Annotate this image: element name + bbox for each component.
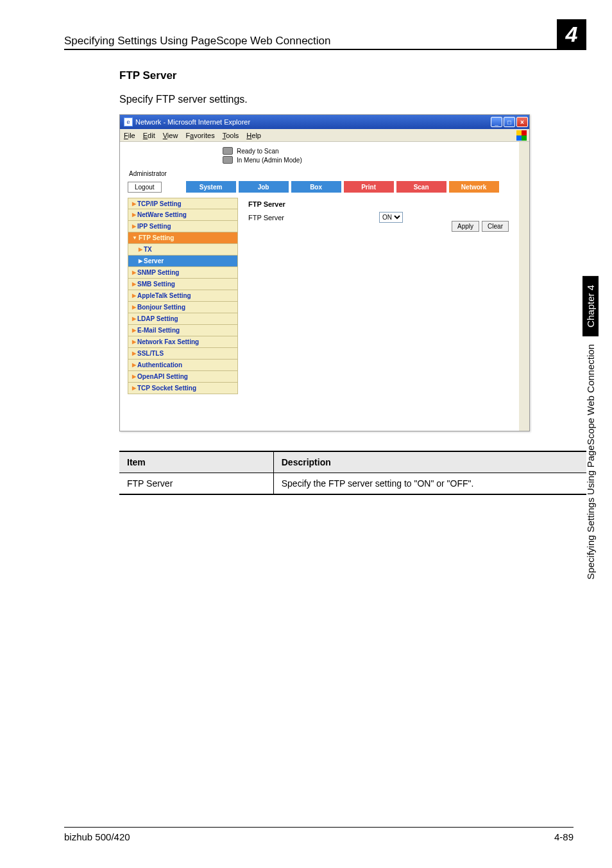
sidebar-item-label: SSL/TLS <box>137 350 164 357</box>
tab-network[interactable]: Network <box>449 181 499 193</box>
sidebar-item-ldap-setting[interactable]: ▶LDAP Setting <box>128 313 238 325</box>
sidebar-item-label: Bonjour Setting <box>137 304 185 311</box>
sidebar-item-label: TCP/IP Setting <box>137 200 182 207</box>
sidebar-item-label: Authentication <box>137 361 182 369</box>
th-item: Item <box>119 451 273 473</box>
browser-window: e Network - Microsoft Internet Explorer … <box>119 114 530 431</box>
printer-icon <box>223 156 233 164</box>
sidebar-item-label: E-Mail Setting <box>137 327 180 334</box>
window-titlebar: e Network - Microsoft Internet Explorer … <box>120 115 529 129</box>
sidebar-item-label: TCP Socket Setting <box>137 385 196 392</box>
sidebar-item-snmp-setting[interactable]: ▶SNMP Setting <box>128 267 238 279</box>
sidebar-item-authentication[interactable]: ▶Authentication <box>128 360 238 371</box>
status-ready: Ready to Scan <box>237 148 279 155</box>
sidebar-item-network-fax-setting[interactable]: ▶Network Fax Setting <box>128 336 238 348</box>
arrow-icon: ▶ <box>139 247 142 252</box>
footer-left: bizhub 500/420 <box>64 831 130 842</box>
sidebar-item-label: LDAP Setting <box>137 315 178 322</box>
printer-icon <box>223 147 233 155</box>
status-menu: In Menu (Admin Mode) <box>237 157 302 164</box>
arrow-icon: ▶ <box>132 374 136 379</box>
tab-job[interactable]: Job <box>239 181 289 193</box>
sidetab-chapter: Chapter 4 <box>582 276 599 336</box>
field-label: FTP Server <box>248 214 284 221</box>
menu-file[interactable]: File <box>124 132 135 139</box>
sidebar-item-smb-setting[interactable]: ▶SMB Setting <box>128 279 238 290</box>
arrow-icon: ▶ <box>132 270 136 275</box>
sidebar-item-label: Network Fax Setting <box>137 338 199 345</box>
arrow-icon: ▶ <box>132 316 136 322</box>
arrow-icon: ▶ <box>132 351 136 356</box>
sidebar-item-tcp-socket-setting[interactable]: ▶TCP Socket Setting <box>128 383 238 394</box>
window-title: Network - Microsoft Internet Explorer <box>135 118 250 126</box>
side-tab: Chapter 4 Specifying Settings Using Page… <box>581 276 599 587</box>
page-header: Specifying Settings Using PageScope Web … <box>64 19 586 50</box>
sidebar-item-label: SNMP Setting <box>137 269 179 276</box>
sidebar-item-label: OpenAPI Setting <box>137 373 188 380</box>
logout-button[interactable]: Logout <box>128 182 162 193</box>
sidebar: ▶TCP/IP Setting▶NetWare Setting▶IPP Sett… <box>128 198 238 394</box>
sidebar-item-label: AppleTalk Setting <box>137 292 191 299</box>
clear-button[interactable]: Clear <box>482 221 509 232</box>
tab-system[interactable]: System <box>186 181 236 193</box>
ftp-server-select[interactable]: ON <box>379 212 403 223</box>
sidebar-item-ftp-setting[interactable]: ▼FTP Setting <box>128 232 238 244</box>
arrow-icon: ▼ <box>132 235 137 241</box>
menu-edit[interactable]: Edit <box>143 132 155 139</box>
arrow-icon: ▶ <box>132 385 136 391</box>
chapter-number: 4 <box>557 19 586 49</box>
windows-flag-icon <box>516 130 527 141</box>
menu-tools[interactable]: Tools <box>223 132 239 139</box>
sidebar-item-netware-setting[interactable]: ▶NetWare Setting <box>128 209 238 221</box>
sidebar-item-label: Server <box>144 257 164 265</box>
ie-icon: e <box>124 117 133 126</box>
page-footer: bizhub 500/420 4-89 <box>64 827 574 842</box>
tab-print[interactable]: Print <box>344 181 394 193</box>
sidebar-item-tx[interactable]: ▶TX <box>128 244 238 256</box>
minimize-button[interactable]: _ <box>491 117 502 127</box>
arrow-icon: ▶ <box>132 293 136 299</box>
sidebar-item-server[interactable]: ▶Server <box>128 256 238 267</box>
menubar: File Edit View Favorites Tools Help <box>120 129 529 142</box>
th-desc: Description <box>273 451 586 473</box>
arrow-icon: ▶ <box>132 223 136 229</box>
sidebar-item-ipp-setting[interactable]: ▶IPP Setting <box>128 221 238 232</box>
arrow-icon: ▶ <box>132 201 136 207</box>
menu-view[interactable]: View <box>163 132 178 139</box>
close-button[interactable]: × <box>516 117 528 127</box>
apply-button[interactable]: Apply <box>452 221 479 232</box>
sidebar-item-tcp-ip-setting[interactable]: ▶TCP/IP Setting <box>128 198 238 209</box>
td-desc: Specify the FTP server setting to "ON" o… <box>273 473 586 495</box>
sidebar-item-ssl-tls[interactable]: ▶SSL/TLS <box>128 348 238 360</box>
admin-label: Administrator <box>120 170 519 177</box>
section-text: Specify FTP server settings. <box>119 94 586 105</box>
sidebar-item-label: IPP Setting <box>137 223 171 230</box>
sidebar-item-appletalk-setting[interactable]: ▶AppleTalk Setting <box>128 290 238 302</box>
arrow-icon: ▶ <box>132 212 136 218</box>
sidebar-item-openapi-setting[interactable]: ▶OpenAPI Setting <box>128 371 238 383</box>
footer-right: 4-89 <box>554 831 574 842</box>
content-pane: FTP Server FTP Server ON Apply Clear <box>243 198 514 394</box>
arrow-icon: ▶ <box>132 339 136 345</box>
sidebar-item-label: TX <box>144 246 152 253</box>
sidebar-item-label: FTP Setting <box>139 234 174 241</box>
sidebar-item-bonjour-setting[interactable]: ▶Bonjour Setting <box>128 302 238 313</box>
tab-scan[interactable]: Scan <box>396 181 446 193</box>
td-item: FTP Server <box>119 473 273 495</box>
sidebar-item-label: NetWare Setting <box>137 211 187 218</box>
menu-favorites[interactable]: Favorites <box>185 132 214 139</box>
content-area: Ready to Scan In Menu (Admin Mode) Admin… <box>120 142 529 431</box>
pane-title: FTP Server <box>248 200 509 208</box>
arrow-icon: ▶ <box>132 281 136 287</box>
header-title: Specifying Settings Using PageScope Web … <box>64 35 331 48</box>
arrow-icon: ▶ <box>139 258 142 264</box>
sidebar-item-label: SMB Setting <box>137 281 175 288</box>
menu-help[interactable]: Help <box>246 132 261 139</box>
tab-box[interactable]: Box <box>291 181 341 193</box>
maximize-button[interactable]: □ <box>504 117 515 127</box>
arrow-icon: ▶ <box>132 304 136 310</box>
sidetab-title: Specifying Settings Using PageScope Web … <box>582 336 599 587</box>
section-heading: FTP Server <box>119 69 586 82</box>
arrow-icon: ▶ <box>132 362 136 368</box>
sidebar-item-e-mail-setting[interactable]: ▶E-Mail Setting <box>128 325 238 336</box>
